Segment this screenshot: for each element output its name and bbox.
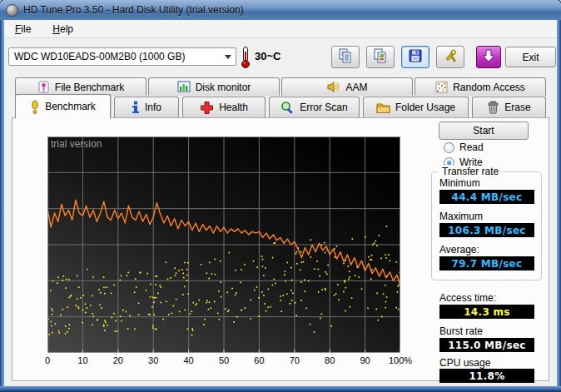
transfer-rate-legend: Transfer rate <box>439 166 502 177</box>
tab-benchmark[interactable]: Benchmark <box>15 94 111 118</box>
health-icon <box>200 101 214 115</box>
tab-row-primary: BenchmarkInfoHealthError ScanFolder Usag… <box>0 94 561 117</box>
disk-monitor-icon <box>177 81 191 93</box>
menu-bar: FileHelp <box>4 20 557 38</box>
x-axis-tick: 20 <box>113 355 123 365</box>
tab-label: Erase <box>504 102 530 113</box>
burst-rate-label: Burst rate <box>439 325 483 337</box>
maximum-label: Maximum <box>439 211 483 222</box>
x-axis-tick: 10 <box>77 355 87 365</box>
tab-label: Error Scan <box>300 102 347 113</box>
x-axis-tick: 100% <box>389 355 412 365</box>
save-button[interactable] <box>401 46 429 68</box>
maximum-value: 106.3 MB/sec <box>439 223 534 237</box>
x-axis-tick: 90 <box>360 355 370 365</box>
start-button[interactable]: Start <box>439 122 529 140</box>
menu-item-file[interactable]: File <box>4 21 42 37</box>
file-benchmark-icon <box>37 81 50 93</box>
device-select[interactable]: WDC WD10EADS-00M2B0 (1000 GB) <box>8 47 236 66</box>
window-border-left <box>0 20 4 392</box>
device-select-dropdown[interactable] <box>221 48 236 65</box>
benchmark-icon <box>30 100 40 114</box>
tab-file-benchmark[interactable]: File Benchmark <box>15 77 146 96</box>
update-icon <box>481 48 496 67</box>
tab-error-scan[interactable]: Error Scan <box>269 97 360 117</box>
window-border-bottom <box>0 386 561 392</box>
window-border-right <box>557 20 561 392</box>
tab-label: Info <box>145 102 161 113</box>
save-icon <box>407 47 424 67</box>
benchmark-chart: trial version <box>47 136 400 353</box>
tab-erase[interactable]: Erase <box>472 97 546 117</box>
info-icon <box>132 101 140 114</box>
folder-usage-icon <box>376 102 390 114</box>
temperature-value: 30~C <box>255 50 280 62</box>
tab-disk-monitor[interactable]: Disk monitor <box>148 77 280 96</box>
menu-item-help[interactable]: Help <box>42 21 84 37</box>
trial-watermark: trial version <box>51 138 102 150</box>
tab-row-secondary: File BenchmarkDisk monitorAAMRandom Acce… <box>15 77 546 96</box>
toolbar: WDC WD10EADS-00M2B0 (1000 GB) 30~C Exit <box>4 39 557 77</box>
tab-label: AAM <box>345 82 367 93</box>
tab-label: File Benchmark <box>55 82 124 93</box>
device-select-value: WDC WD10EADS-00M2B0 (1000 GB) <box>9 51 221 62</box>
x-axis-tick: 30 <box>148 355 158 365</box>
copy-text-button[interactable] <box>331 46 360 68</box>
tab-folder-usage[interactable]: Folder Usage <box>363 97 469 117</box>
erase-icon <box>487 101 499 114</box>
x-axis-tick: 0 <box>45 355 50 365</box>
copy-image-icon <box>372 47 389 67</box>
x-axis-tick: 50 <box>219 355 229 365</box>
tab-info[interactable]: Info <box>114 97 179 117</box>
access-time-label: Access time: <box>439 292 496 304</box>
aam-icon <box>326 81 340 93</box>
chart-canvas <box>47 136 400 353</box>
exit-button[interactable]: Exit <box>505 47 556 67</box>
tab-aam[interactable]: AAM <box>281 77 413 96</box>
random-access-icon <box>435 81 448 93</box>
copy-text-icon <box>337 47 354 67</box>
read-radio-label: Read <box>459 141 484 153</box>
burst-rate-value: 115.0 MB/sec <box>439 338 534 352</box>
copy-image-button[interactable] <box>366 46 395 68</box>
tab-health[interactable]: Health <box>182 97 266 117</box>
tab-label: Disk monitor <box>196 82 251 93</box>
average-value: 79.7 MB/sec <box>439 256 534 270</box>
error-scan-icon <box>280 101 295 115</box>
cpu-usage-value: 11.8% <box>439 369 534 383</box>
app-window: HD Tune Pro 3.50 - Hard Disk Utility (tr… <box>0 0 561 392</box>
title-bar[interactable]: HD Tune Pro 3.50 - Hard Disk Utility (tr… <box>0 0 561 20</box>
tab-label: Random Access <box>453 82 525 93</box>
update-button[interactable] <box>476 46 501 68</box>
x-axis-tick: 40 <box>183 355 193 365</box>
tab-label: Folder Usage <box>395 102 455 113</box>
tab-label: Benchmark <box>45 101 96 112</box>
minimum-label: Minimum <box>439 177 480 189</box>
options-icon <box>442 47 459 67</box>
chevron-down-icon <box>225 55 231 59</box>
cpu-usage-label: CPU usage <box>439 357 490 369</box>
tab-random-access[interactable]: Random Access <box>415 77 546 96</box>
x-axis-tick: 70 <box>290 355 300 365</box>
minimum-value: 44.4 MB/sec <box>439 190 534 204</box>
radio-circle[interactable] <box>444 142 454 153</box>
access-time-value: 14.3 ms <box>439 305 534 319</box>
read-radio[interactable]: Read <box>444 141 484 153</box>
window-title: HD Tune Pro 3.50 - Hard Disk Utility (tr… <box>23 4 244 16</box>
x-axis-tick: 60 <box>254 355 264 365</box>
tab-label: Health <box>219 102 248 113</box>
thermometer-icon <box>240 46 251 72</box>
app-icon <box>6 4 18 17</box>
x-axis-tick: 80 <box>325 355 335 365</box>
average-label: Average: <box>439 244 479 256</box>
options-button[interactable] <box>436 46 464 68</box>
